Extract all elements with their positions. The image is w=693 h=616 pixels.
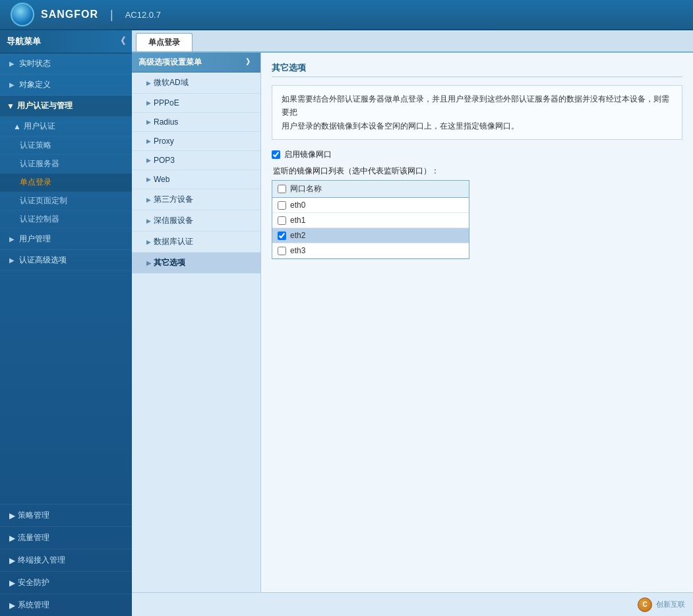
- version-label: AC12.0.7: [125, 10, 161, 20]
- sidebar-item-sso[interactable]: 单点登录: [0, 173, 132, 192]
- left-menu-item-web[interactable]: ▶ Web: [132, 170, 260, 189]
- sidebar-item-auth-page[interactable]: 认证页面定制: [0, 192, 132, 210]
- content-area: 高级选项设置菜单 》 ▶ 微软AD域 ▶ PPPoE ▶ Radius ▶: [132, 53, 693, 592]
- sidebar-item-objects[interactable]: ▶ 对象定义: [0, 75, 132, 96]
- left-menu-item-label: 第三方设备: [154, 194, 193, 205]
- sidebar-item-label: 对象定义: [19, 79, 51, 90]
- sidebar-item-label: 用户认证: [24, 121, 55, 132]
- port-list-row-eth1: eth1: [272, 213, 469, 228]
- sidebar-item-label: 单点登录: [20, 177, 51, 187]
- sidebar-item-label: 认证控制器: [20, 214, 59, 224]
- arrow-icon: ▶: [146, 80, 151, 86]
- arrow-icon: ▶: [146, 260, 151, 266]
- left-menu-item-pop3[interactable]: ▶ POP3: [132, 151, 260, 170]
- port-list-row-eth0: eth0: [272, 198, 469, 213]
- sidebar-item-label: 实时状态: [19, 58, 51, 69]
- info-text-line2: 用户登录的数据镜像到本设备空闲的网口上，在这里指定镜像网口。: [282, 121, 519, 131]
- footer-logo-icon: C: [638, 598, 652, 612]
- left-menu-item-db-auth[interactable]: ▶ 数据库认证: [132, 231, 260, 253]
- brand-name: SANGFOR: [41, 9, 98, 20]
- footer-logo-char: C: [642, 601, 647, 608]
- eth0-label: eth0: [290, 200, 305, 210]
- panel-title: 其它选项: [272, 62, 682, 77]
- left-menu-item-third-party[interactable]: ▶ 第三方设备: [132, 189, 260, 210]
- eth0-checkbox[interactable]: [278, 201, 286, 210]
- sidebar-item-auth-server[interactable]: 认证服务器: [0, 155, 132, 173]
- sidebar-item-label: 认证服务器: [20, 159, 59, 168]
- left-menu-item-other[interactable]: ▶ 其它选项: [132, 253, 260, 274]
- eth2-label: eth2: [290, 231, 305, 240]
- enable-mirror-checkbox[interactable]: [272, 150, 280, 159]
- arrow-icon: ▶: [146, 239, 151, 245]
- sidebar-item-security[interactable]: ▶ 安全防护: [0, 571, 132, 594]
- left-menu-item-shenxin[interactable]: ▶ 深信服设备: [132, 210, 260, 231]
- sidebar-item-auth-policy[interactable]: 认证策略: [0, 137, 132, 155]
- right-panel: 其它选项 如果需要结合外部认证服务器做单点登录，并且用户登录到这些外部认证服务器…: [261, 53, 693, 592]
- arrow-icon: ▶: [9, 534, 15, 543]
- arrow-icon: ▶: [9, 60, 15, 67]
- eth3-label: eth3: [290, 246, 305, 255]
- left-menu-item-label: Web: [154, 175, 169, 184]
- sidebar-item-policy-mgmt[interactable]: ▶ 策略管理: [0, 504, 132, 526]
- sidebar-item-user-auth[interactable]: ▼ 用户认证与管理: [0, 96, 132, 117]
- footer: C 创新互联: [132, 592, 693, 616]
- eth1-label: eth1: [290, 216, 305, 225]
- left-menu-item-label: 深信服设备: [154, 215, 193, 226]
- eth3-checkbox[interactable]: [278, 247, 286, 255]
- sidebar-item-label: 认证策略: [20, 140, 51, 150]
- left-menu-item-label: 微软AD域: [154, 77, 189, 88]
- sidebar-item-user-mgmt[interactable]: ▶ 用户管理: [0, 229, 132, 250]
- enable-mirror-port-row: 启用镜像网口: [272, 149, 682, 160]
- sidebar-item-user-auth-sub[interactable]: ▲ 用户认证: [0, 117, 132, 137]
- sidebar: 导航菜单 《 ▶ 实时状态 ▶ 对象定义 ▼ 用户认证与管理 ▲ 用户认证 认证…: [0, 30, 132, 616]
- sidebar-item-realtime[interactable]: ▶ 实时状态: [0, 53, 132, 75]
- left-menu-item-radius[interactable]: ▶ Radius: [132, 113, 260, 132]
- enable-mirror-label[interactable]: 启用镜像网口: [284, 149, 332, 160]
- sidebar-collapse-btn[interactable]: 《: [116, 36, 125, 47]
- arrow-icon: ▶: [9, 578, 15, 588]
- sidebar-item-label: 安全防护: [18, 577, 49, 588]
- arrow-icon: ▶: [9, 257, 15, 264]
- eth1-checkbox[interactable]: [278, 216, 286, 225]
- left-menu-item-pppoe[interactable]: ▶ PPPoE: [132, 94, 260, 113]
- tab-sso[interactable]: 单点登录: [136, 33, 193, 51]
- left-menu-item-label: Radius: [154, 117, 178, 127]
- arrow-icon: ▶: [146, 119, 151, 125]
- arrow-icon: ▶: [146, 157, 151, 164]
- sidebar-item-endpoint-mgmt[interactable]: ▶ 终端接入管理: [0, 549, 132, 571]
- sidebar-item-sys-mgmt[interactable]: ▶ 系统管理: [0, 594, 132, 616]
- tab-label: 单点登录: [148, 38, 180, 47]
- arrow-icon: ▶: [146, 176, 151, 183]
- sidebar-item-auth-advanced[interactable]: ▶ 认证高级选项: [0, 250, 132, 271]
- eth2-checkbox[interactable]: [278, 231, 286, 240]
- arrow-icon: ▶: [9, 235, 15, 243]
- sidebar-bottom: ▶ 策略管理 ▶ 流量管理 ▶ 终端接入管理 ▶ 安全防护 ▶ 系统管理: [0, 504, 132, 616]
- arrow-icon: ▶: [9, 601, 15, 610]
- footer-logo-area: C 创新互联: [638, 598, 685, 612]
- header-divider: |: [110, 8, 113, 22]
- arrow-icon: ▶: [9, 511, 15, 520]
- port-list-row-eth2: eth2: [272, 228, 469, 243]
- select-all-checkbox[interactable]: [278, 185, 286, 193]
- sidebar-item-auth-controller[interactable]: 认证控制器: [0, 210, 132, 229]
- port-list-column-label: 网口名称: [290, 183, 322, 195]
- arrow-icon: ▲: [13, 122, 21, 131]
- port-list-header: 网口名称: [272, 181, 469, 198]
- sangfor-logo: [11, 3, 34, 26]
- sidebar-header: 导航菜单 《: [0, 30, 132, 53]
- sidebar-item-label: 终端接入管理: [18, 555, 65, 566]
- left-menu-collapse-icon[interactable]: 》: [246, 57, 254, 68]
- sidebar-item-flow-mgmt[interactable]: ▶ 流量管理: [0, 526, 132, 549]
- left-menu-item-proxy[interactable]: ▶ Proxy: [132, 132, 260, 151]
- sidebar-item-label: 系统管理: [18, 600, 49, 611]
- left-menu-item-label: PPPoE: [154, 98, 179, 108]
- left-menu-item-ad[interactable]: ▶ 微软AD域: [132, 73, 260, 94]
- list-label: 监听的镜像网口列表（选中代表监听该网口）：: [272, 166, 682, 177]
- port-list-row-eth3: eth3: [272, 243, 469, 259]
- sidebar-item-label: 用户管理: [19, 233, 51, 245]
- port-list-body: eth0 eth1 eth2 eth3: [272, 198, 469, 259]
- arrow-icon: ▶: [146, 138, 151, 144]
- left-menu-title: 高级选项设置菜单: [138, 57, 202, 68]
- arrow-icon: ▶: [146, 218, 151, 224]
- arrow-icon: ▶: [9, 556, 15, 565]
